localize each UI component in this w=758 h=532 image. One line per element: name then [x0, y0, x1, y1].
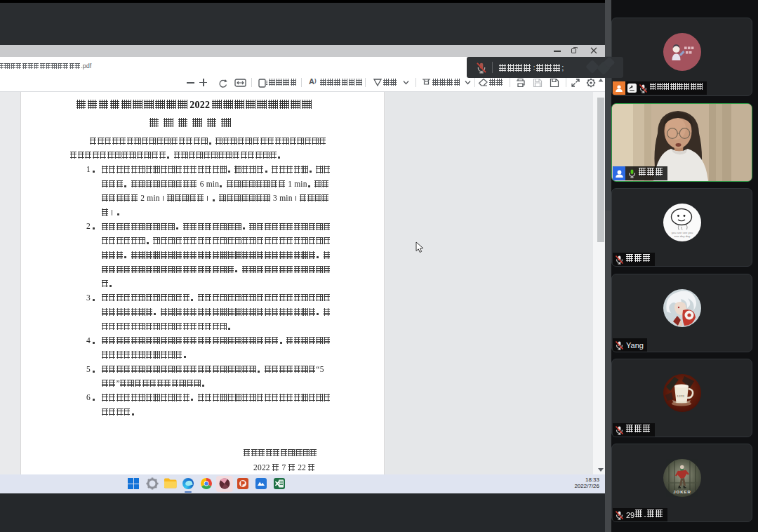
svg-text:JOKER: JOKER [673, 490, 691, 494]
svg-text:one day day: one day day [674, 234, 691, 238]
svg-text:LIFE: LIFE [677, 394, 685, 398]
